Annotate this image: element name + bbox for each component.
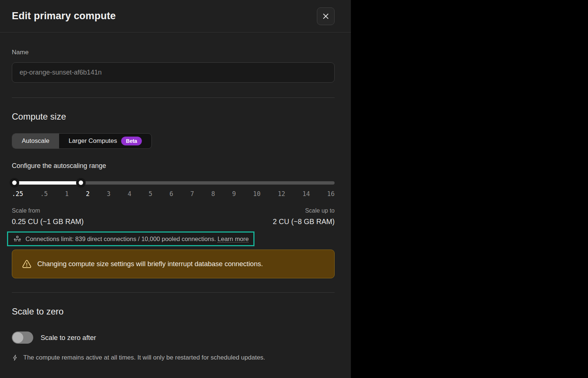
- compute-active-info-text: The compute remains active at all times.…: [23, 354, 265, 361]
- tick-label: .5: [40, 190, 48, 197]
- tick-label: 6: [170, 190, 173, 197]
- tab-larger-computes-label: Larger Computes: [69, 137, 117, 145]
- tick-label: 14: [302, 190, 310, 197]
- lightning-bolt-icon: [12, 354, 18, 362]
- close-button[interactable]: [317, 7, 335, 25]
- background-overlay: [351, 0, 588, 378]
- compute-size-heading: Compute size: [12, 111, 335, 122]
- scale-range-summary: Scale from 0.25 CU (~1 GB RAM) Scale up …: [12, 207, 335, 226]
- tick-label: 10: [253, 190, 260, 197]
- slider-handle-min[interactable]: [10, 178, 19, 188]
- scale-to-zero-heading: Scale to zero: [12, 306, 335, 317]
- modal-content: Name Compute size Autoscale Larger Compu…: [0, 49, 351, 362]
- scale-to-zero-toggle[interactable]: [12, 331, 33, 344]
- warning-text: Changing compute size settings will brie…: [37, 260, 263, 268]
- compute-active-info-row: The compute remains active at all times.…: [12, 354, 335, 362]
- tick-label: 2: [86, 190, 89, 197]
- scale-from-label: Scale from: [12, 207, 84, 214]
- scale-from-value: 0.25 CU (~1 GB RAM): [12, 217, 84, 226]
- scale-up-to-value: 2 CU (~8 GB RAM): [273, 217, 335, 226]
- tick-label: 3: [107, 190, 110, 197]
- tick-label: 5: [148, 190, 152, 197]
- tab-larger-computes[interactable]: Larger Computes Beta: [59, 134, 152, 148]
- tick-label: 8: [211, 190, 215, 197]
- tab-autoscale-label: Autoscale: [22, 137, 49, 145]
- tick-label: 1: [65, 190, 69, 197]
- scale-up-to: Scale up to 2 CU (~8 GB RAM): [273, 207, 335, 226]
- autoscaling-range-label: Configure the autoscaling range: [12, 162, 335, 170]
- slider-tick-labels: .25 .5 1 2 3 4 5 6 7 8 9 10 12 14 16: [12, 190, 335, 197]
- scale-to-zero-toggle-row: Scale to zero after: [12, 331, 335, 344]
- name-label: Name: [12, 49, 335, 56]
- slider-fill: [12, 181, 81, 185]
- tick-label: 4: [128, 190, 131, 197]
- connections-icon: [13, 235, 21, 243]
- learn-more-link[interactable]: Learn more: [218, 236, 249, 243]
- modal-header: Edit primary compute: [0, 0, 351, 32]
- autoscaling-range-slider[interactable]: [12, 178, 335, 188]
- page-title: Edit primary compute: [12, 10, 116, 22]
- tick-label: 7: [190, 190, 194, 197]
- edit-primary-compute-modal: Edit primary compute Name Compute size A…: [0, 0, 351, 378]
- close-icon: [322, 13, 329, 20]
- name-input[interactable]: [12, 62, 335, 83]
- divider: [12, 97, 335, 98]
- tick-label: 9: [232, 190, 236, 197]
- beta-badge: Beta: [121, 137, 142, 145]
- connections-limit-text: Connections limit: 839 direct connection…: [25, 236, 249, 243]
- warning-triangle-icon: [22, 259, 32, 269]
- scale-up-to-label: Scale up to: [273, 207, 335, 214]
- tick-label: 12: [278, 190, 285, 197]
- connections-limit-note-highlighted: Connections limit: 839 direct connection…: [7, 231, 254, 246]
- tick-label: 16: [327, 190, 335, 197]
- tick-label: .25: [12, 190, 23, 197]
- slider-handle-max[interactable]: [76, 178, 86, 188]
- tab-autoscale[interactable]: Autoscale: [12, 134, 59, 148]
- compute-size-tab-group: Autoscale Larger Computes Beta: [12, 133, 152, 149]
- toggle-knob: [13, 332, 23, 343]
- compute-restart-warning-banner: Changing compute size settings will brie…: [12, 250, 335, 278]
- scale-from: Scale from 0.25 CU (~1 GB RAM): [12, 207, 84, 226]
- scale-to-zero-toggle-label: Scale to zero after: [41, 334, 96, 342]
- divider: [12, 292, 335, 293]
